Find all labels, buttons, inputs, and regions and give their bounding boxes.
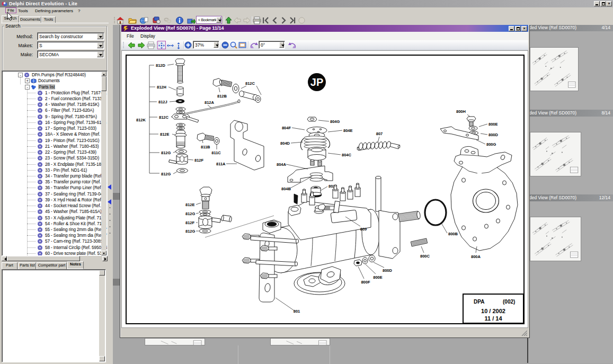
- svg-text:800A: 800A: [471, 254, 481, 259]
- svg-text:800C: 800C: [420, 254, 430, 259]
- svg-text:11 / 14: 11 / 14: [484, 315, 502, 322]
- svg-text:812G: 812G: [161, 150, 171, 155]
- svg-text:812C: 812C: [159, 115, 169, 120]
- svg-text:800G: 800G: [486, 142, 496, 147]
- svg-text:812B: 812B: [217, 94, 227, 99]
- svg-text:812G: 812G: [185, 211, 196, 216]
- svg-text:(002): (002): [503, 299, 515, 305]
- svg-text:812F: 812F: [194, 158, 204, 163]
- svg-text:800D: 800D: [488, 132, 499, 137]
- svg-text:812E: 812E: [160, 132, 170, 137]
- svg-text:800F: 800F: [361, 280, 370, 285]
- svg-text:804E: 804E: [343, 128, 353, 133]
- svg-text:804G: 804G: [330, 119, 340, 124]
- svg-text:812D: 812D: [156, 63, 166, 68]
- svg-text:10 / 2002: 10 / 2002: [481, 308, 505, 314]
- svg-text:804A: 804A: [277, 162, 287, 167]
- svg-text:812A: 812A: [205, 100, 215, 105]
- svg-text:811B: 811B: [201, 145, 210, 149]
- svg-text:811A: 811A: [216, 162, 226, 166]
- svg-text:800B: 800B: [448, 232, 458, 236]
- svg-text:804C: 804C: [342, 153, 352, 157]
- svg-text:804B: 804B: [281, 187, 291, 191]
- svg-text:812C: 812C: [245, 81, 255, 86]
- svg-text:811C: 811C: [211, 150, 221, 155]
- svg-text:812G: 812G: [161, 172, 171, 176]
- svg-text:812G: 812G: [185, 229, 196, 234]
- svg-text:812J: 812J: [158, 100, 167, 104]
- svg-text:801: 801: [294, 309, 300, 314]
- svg-text:800E: 800E: [373, 275, 383, 280]
- svg-text:812H: 812H: [157, 85, 166, 90]
- svg-text:812F: 812F: [185, 220, 195, 225]
- svg-text:DPA: DPA: [474, 299, 484, 305]
- svg-text:804D: 804D: [280, 141, 290, 146]
- svg-text:804F: 804F: [282, 126, 291, 130]
- svg-text:800D: 800D: [383, 268, 393, 273]
- svg-text:800E: 800E: [488, 122, 498, 127]
- svg-text:812K: 812K: [136, 118, 146, 122]
- svg-text:809: 809: [360, 227, 367, 232]
- svg-text:800H: 800H: [456, 109, 466, 114]
- svg-text:807: 807: [376, 131, 383, 136]
- svg-text:812E: 812E: [185, 202, 195, 207]
- svg-text:JP: JP: [310, 76, 323, 88]
